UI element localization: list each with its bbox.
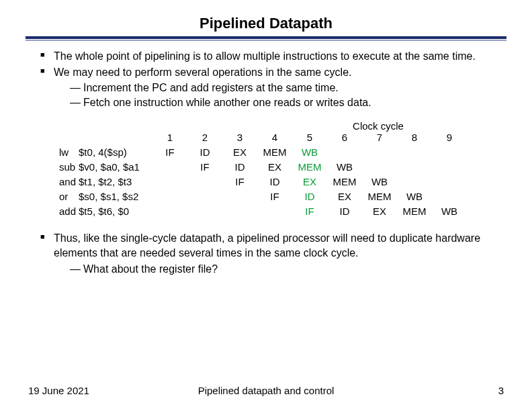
stage-cell — [152, 191, 187, 205]
table-row: or$s0, $s1, $s2IFIDEXMEMWB — [51, 191, 467, 205]
stage-cell — [187, 191, 222, 205]
instr-args: $t1, $t2, $t3 — [79, 176, 152, 191]
cycle-header-9: 9 — [432, 132, 467, 146]
clock-cycle-label: Clock cycle — [253, 120, 504, 132]
instr-args: $s0, $s1, $s2 — [79, 191, 152, 205]
bullet-2-sub: Increment the PC and add registers at th… — [62, 81, 504, 109]
stage-cell: MEM — [397, 205, 432, 220]
table-row: add$t5, $t6, $0IFIDEXMEMWB — [51, 205, 467, 220]
stage-cell: ID — [222, 161, 257, 176]
cycle-header-8: 8 — [397, 132, 432, 146]
stage-cell: WB — [292, 146, 327, 161]
pipeline-table: 123456789lw$t0, 4($sp)IFIDEXMEMWBsub$v0,… — [51, 132, 467, 220]
footer-center: Pipelined datapath and control — [28, 385, 504, 396]
stage-cell — [397, 176, 432, 191]
bullet-1: The whole point of pipelining is to allo… — [43, 49, 504, 64]
page-title: Pipelined Datapath — [28, 15, 504, 32]
footer-date: 19 June 2021 — [28, 385, 89, 396]
stage-cell — [327, 146, 362, 161]
cycle-header-5: 5 — [292, 132, 327, 146]
bullet-3-sub: What about the register file? — [62, 262, 504, 277]
instr-args: $t5, $t6, $0 — [79, 205, 152, 220]
stage-cell — [152, 161, 187, 176]
footer: 19 June 2021 Pipelined datapath and cont… — [28, 385, 504, 396]
stage-cell — [397, 161, 432, 176]
stage-cell: EX — [257, 161, 292, 176]
stage-cell: ID — [292, 191, 327, 205]
stage-cell: ID — [257, 176, 292, 191]
stage-cell — [257, 205, 292, 220]
stage-cell: MEM — [327, 176, 362, 191]
title-underline — [26, 36, 506, 41]
stage-cell: MEM — [257, 146, 292, 161]
cycle-header-7: 7 — [362, 132, 397, 146]
bullet-list-bottom: Thus, like the single-cycle datapath, a … — [28, 231, 504, 276]
bullet-list-top: The whole point of pipelining is to allo… — [28, 49, 504, 109]
stage-cell: IF — [292, 205, 327, 220]
stage-cell — [362, 146, 397, 161]
table-row: lw$t0, 4($sp)IFIDEXMEMWB — [51, 146, 467, 161]
stage-cell — [362, 161, 397, 176]
table-row: sub$v0, $a0, $a1IFIDEXMEMWB — [51, 161, 467, 176]
bullet-3a: What about the register file? — [74, 262, 504, 277]
instr-op: lw — [51, 146, 79, 161]
stage-cell: EX — [292, 176, 327, 191]
slide: Pipelined Datapath The whole point of pi… — [0, 0, 532, 411]
stage-cell — [397, 146, 432, 161]
stage-cell: EX — [362, 205, 397, 220]
instr-op: or — [51, 191, 79, 205]
stage-cell: ID — [187, 146, 222, 161]
cycle-header-4: 4 — [257, 132, 292, 146]
stage-cell — [187, 205, 222, 220]
table-row: and$t1, $t2, $t3IFIDEXMEMWB — [51, 176, 467, 191]
instr-op: add — [51, 205, 79, 220]
stage-cell: WB — [327, 161, 362, 176]
stage-cell: IF — [222, 176, 257, 191]
pipeline-tbody: 123456789lw$t0, 4($sp)IFIDEXMEMWBsub$v0,… — [51, 132, 467, 220]
cycle-header-1: 1 — [152, 132, 187, 146]
bullet-3: Thus, like the single-cycle datapath, a … — [43, 231, 504, 276]
cycle-header-2: 2 — [187, 132, 222, 146]
stage-cell — [152, 205, 187, 220]
cycle-header-3: 3 — [222, 132, 257, 146]
bullet-2b: Fetch one instruction while another one … — [74, 95, 504, 110]
stage-cell: WB — [432, 205, 467, 220]
stage-cell: WB — [362, 176, 397, 191]
stage-cell — [222, 191, 257, 205]
stage-cell: ID — [327, 205, 362, 220]
instr-args: $v0, $a0, $a1 — [79, 161, 152, 176]
bullet-2a: Increment the PC and add registers at th… — [74, 81, 504, 95]
stage-cell — [432, 146, 467, 161]
stage-cell — [432, 191, 467, 205]
bullet-3-text: Thus, like the single-cycle datapath, a … — [54, 232, 480, 259]
stage-cell — [432, 161, 467, 176]
stage-cell: EX — [222, 146, 257, 161]
stage-cell: MEM — [292, 161, 327, 176]
stage-cell — [432, 176, 467, 191]
stage-cell: MEM — [362, 191, 397, 205]
cycle-header-6: 6 — [327, 132, 362, 146]
stage-cell: IF — [187, 161, 222, 176]
stage-cell: IF — [152, 146, 187, 161]
instr-op: sub — [51, 161, 79, 176]
instr-args: $t0, 4($sp) — [79, 146, 152, 161]
instr-op: and — [51, 176, 79, 191]
stage-cell: IF — [257, 191, 292, 205]
cycle-header-row: 123456789 — [51, 132, 467, 146]
stage-cell — [187, 176, 222, 191]
stage-cell: WB — [397, 191, 432, 205]
footer-page: 3 — [498, 385, 504, 396]
stage-cell — [222, 205, 257, 220]
bullet-2: We may need to perform several operation… — [43, 65, 504, 110]
stage-cell — [152, 176, 187, 191]
pipeline-table-block: Clock cycle 123456789lw$t0, 4($sp)IFIDEX… — [51, 120, 504, 220]
stage-cell: EX — [327, 191, 362, 205]
bullet-2-text: We may need to perform several operation… — [54, 66, 351, 78]
